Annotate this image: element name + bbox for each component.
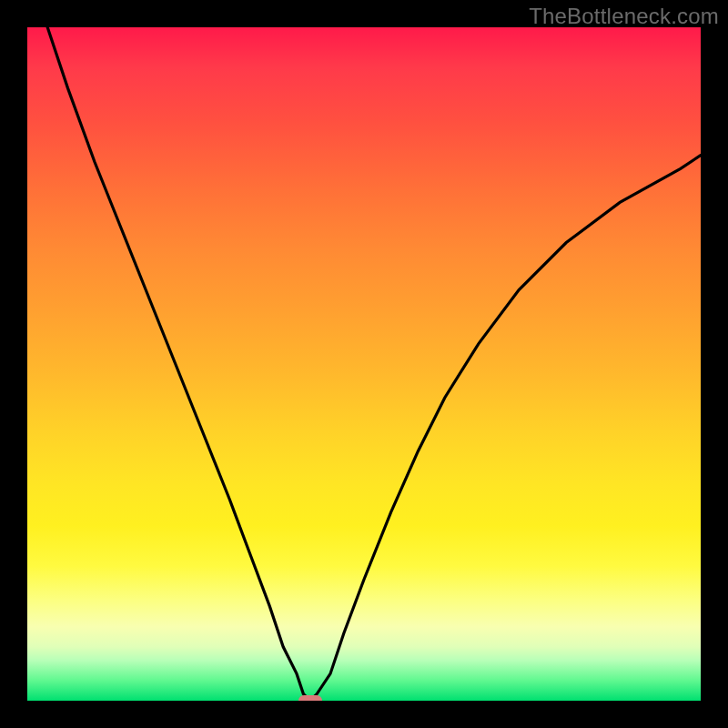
bottleneck-curve	[27, 27, 701, 701]
watermark-text: TheBottleneck.com	[529, 4, 719, 29]
plot-area	[27, 27, 701, 701]
chart-frame: TheBottleneck.com	[0, 0, 728, 728]
optimal-point-marker	[298, 695, 322, 701]
